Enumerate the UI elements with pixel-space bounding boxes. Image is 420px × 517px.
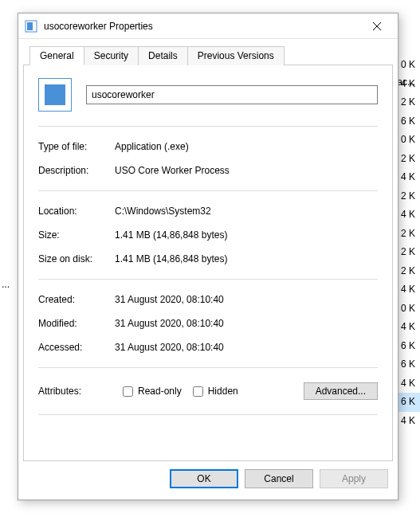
tab-security[interactable]: Security bbox=[84, 46, 139, 65]
accessed-value: 31 August 2020, 08:10:40 bbox=[115, 342, 378, 353]
size-label: Size: bbox=[38, 229, 112, 241]
tab-previous-versions[interactable]: Previous Versions bbox=[188, 46, 285, 65]
apply-button: Apply bbox=[320, 469, 388, 488]
close-icon bbox=[372, 22, 382, 31]
ok-button[interactable]: OK bbox=[170, 469, 238, 488]
size-on-disk-value: 1.41 MB (14,86,848 bytes) bbox=[115, 253, 378, 264]
file-type-icon bbox=[38, 78, 72, 112]
readonly-checkbox-input[interactable] bbox=[123, 386, 133, 397]
readonly-checkbox[interactable]: Read-only bbox=[123, 386, 182, 397]
size-on-disk-label: Size on disk: bbox=[38, 253, 112, 264]
type-of-file-value: Application (.exe) bbox=[115, 141, 378, 152]
accessed-label: Accessed: bbox=[38, 342, 112, 353]
general-panel: Type of file: Application (.exe) Descrip… bbox=[23, 65, 393, 461]
type-of-file-label: Type of file: bbox=[38, 141, 112, 152]
attributes-label: Attributes: bbox=[38, 386, 112, 397]
modified-label: Modified: bbox=[38, 318, 112, 329]
readonly-checkbox-label: Read-only bbox=[138, 386, 182, 397]
cancel-button[interactable]: Cancel bbox=[245, 469, 313, 488]
created-label: Created: bbox=[38, 294, 112, 305]
separator bbox=[38, 126, 378, 127]
svg-rect-1 bbox=[27, 22, 33, 30]
background-ellipsis: ... bbox=[2, 279, 10, 290]
size-value: 1.41 MB (14,86,848 bytes) bbox=[115, 229, 378, 241]
properties-dialog: usocoreworker Properties General Securit… bbox=[18, 13, 398, 500]
separator bbox=[38, 190, 378, 191]
hidden-checkbox[interactable]: Hidden bbox=[193, 386, 238, 397]
tab-details[interactable]: Details bbox=[139, 46, 188, 65]
close-button[interactable] bbox=[361, 15, 393, 37]
advanced-button[interactable]: Advanced... bbox=[304, 382, 378, 400]
description-label: Description: bbox=[38, 165, 112, 176]
location-value: C:\Windows\System32 bbox=[115, 206, 378, 217]
hidden-checkbox-label: Hidden bbox=[208, 386, 238, 397]
dialog-buttons: OK Cancel Apply bbox=[18, 461, 398, 499]
hidden-checkbox-input[interactable] bbox=[193, 386, 203, 397]
separator bbox=[38, 367, 378, 368]
description-value: USO Core Worker Process bbox=[115, 165, 378, 176]
tabstrip: General Security Details Previous Versio… bbox=[23, 39, 393, 65]
tab-general[interactable]: General bbox=[29, 46, 84, 65]
separator bbox=[38, 414, 378, 415]
created-value: 31 August 2020, 08:10:40 bbox=[115, 294, 378, 305]
location-label: Location: bbox=[38, 206, 112, 217]
titlebar: usocoreworker Properties bbox=[18, 14, 398, 39]
app-icon bbox=[25, 20, 37, 33]
filename-input[interactable] bbox=[86, 85, 378, 104]
window-title: usocoreworker Properties bbox=[44, 21, 361, 32]
separator bbox=[38, 279, 378, 280]
modified-value: 31 August 2020, 08:10:40 bbox=[115, 318, 378, 329]
